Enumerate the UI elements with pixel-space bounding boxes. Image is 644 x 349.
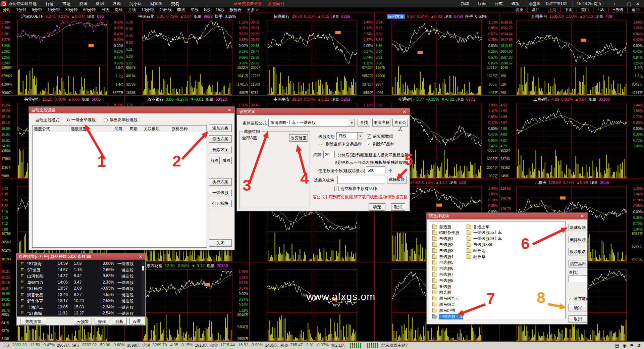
close-alert-button[interactable]: 关闭预警 [20, 318, 46, 325]
mobile-icon[interactable]: ▥ [533, 1, 536, 6]
data-count-input[interactable] [366, 166, 385, 174]
formula-dropdown[interactable]: 旅游攻略-上车 - 一键选股 ▼ [268, 119, 355, 127]
toolbar-下页[interactable]: 下页 [560, 7, 577, 13]
stock-panel-贵州茅台[interactable]: 贵州茅台1635.001.50%▲24.13现量4091638.011631.2… [499, 13, 644, 96]
front-checkbox[interactable]: ✓ 放在前面 [568, 296, 590, 302]
onekey-select-link[interactable]: 一键选股 [117, 305, 133, 310]
board-item-融券瑞[interactable]: 融券瑞 [467, 248, 485, 253]
radio-each-board[interactable]: 每板块单独选股 [104, 117, 138, 123]
board-input[interactable] [337, 176, 385, 184]
board-item-自选股8[interactable]: 自选股8 [432, 278, 453, 283]
toolbar-F10[interactable]: F10 [593, 7, 608, 13]
menu-数据[interactable]: 数据 [92, 1, 108, 6]
delete-board-button[interactable]: 删除板块 [569, 236, 587, 243]
alert-row[interactable]: ⇈上海沪工13:0515.03-2.34%一键选股 [17, 305, 145, 311]
menu-发现[interactable]: 发现 [108, 1, 125, 6]
onekey-select-link[interactable]: 一键选股 [117, 292, 133, 298]
period-日线[interactable]: 日线 [98, 7, 112, 13]
modify-plan-button[interactable]: 修改方案 [209, 135, 232, 143]
period-报价表[interactable]: 报价表 [227, 7, 244, 13]
alert-row[interactable]: ⇈*ST商城11:3212.27-2.54%一键选股 [17, 311, 145, 316]
server-name[interactable]: 北京双线主站7 [381, 343, 408, 348]
cancel-button[interactable]: 取消 [391, 203, 405, 211]
alert-row[interactable]: ⇈舒华体育13:1710.20-2.58%一键选股 [17, 298, 145, 304]
menu-市场[interactable]: 市场 [58, 1, 75, 6]
stock-panel-招商银行[interactable]: 招商银行29.730.51%▲0.15现量635630.0229.9129.80… [250, 13, 374, 96]
onekey-select-link[interactable]: 一键选股 [117, 280, 133, 286]
trade-not-logged-label[interactable]: 证券交易未登录 [234, 1, 262, 7]
interval-input[interactable] [323, 151, 335, 158]
board-item-自选股3[interactable]: 自选股3 [432, 248, 453, 253]
clear-symbols-button[interactable]: 清空品种 [569, 260, 587, 267]
alert-row[interactable]: ⇈山河智能14:376.42-9.83%一键选股 [17, 273, 145, 280]
updown-icon[interactable]: ⇵ [637, 343, 641, 348]
new-board-button[interactable]: 新建板块 [569, 224, 587, 231]
period-60分钟[interactable]: 60分钟 [80, 7, 98, 13]
clear-board-checkbox[interactable]: ✓ 清空板块中原有品种 [334, 186, 377, 192]
close-icon[interactable]: ✕ [402, 109, 407, 114]
stock-panel-保利发展[interactable]: 保利发展8.870.34%▲0.03现量6750换手0.63%8.948.928… [374, 13, 499, 96]
board-item-临时条件股[interactable]: 临时条件股 [432, 230, 459, 236]
onekey-select-link[interactable]: 一键选股 [117, 286, 133, 292]
onekey-select-button[interactable]: 一键选股 [209, 189, 232, 196]
period-15秒[interactable]: 15秒 [213, 7, 227, 13]
period-周线[interactable]: 周线 [112, 7, 125, 13]
period-1分钟[interactable]: 1分钟 [13, 7, 29, 13]
board-item-融券华[interactable]: 融券华 [467, 254, 485, 259]
period-15分钟[interactable]: 15分钟 [45, 7, 62, 13]
period-30分钟[interactable]: 30分钟 [63, 7, 80, 13]
toolbar-切换[interactable]: 切换 [511, 7, 527, 13]
board-item-自选股5[interactable]: 自选股5 [432, 260, 453, 265]
chevron-down-icon[interactable]: ▼ [349, 119, 355, 126]
period-45日线[interactable]: 45日线 [157, 7, 174, 13]
menu-选项[interactable]: 选项 [507, 1, 524, 6]
column-header-选股范围[interactable]: 选股范围 [69, 126, 113, 132]
board-item-备选上车[interactable]: 备选上车 [467, 224, 489, 230]
toolbar-盘口[interactable]: 盘口 [527, 7, 544, 13]
alert-设置-button[interactable]: 设置 [129, 318, 144, 325]
board-item-备选股[interactable]: 备选股 [432, 284, 451, 289]
stock-panel-工商银行[interactable]: 工商银行4.890.82%▲0.04现量353004.924.904.884.8… [499, 96, 644, 179]
alert-row[interactable]: ⇈ST世茂14:571.162.65%一键选股 [17, 267, 145, 273]
menu-功能[interactable]: 功能 [457, 1, 474, 6]
menu-资讯[interactable]: 资讯 [75, 1, 92, 6]
back-button[interactable]: ‹ [611, 1, 618, 6]
select-board-button[interactable]: 选择板块 [387, 176, 407, 184]
board-cancel-button[interactable]: 取消 [569, 315, 587, 323]
fq-checkbox[interactable]: ✓ 前复权数据 [367, 134, 393, 139]
onekey-select-link[interactable]: 一键选股 [117, 267, 133, 273]
alert-row[interactable]: ⇈华银电力14:063.472.36%一键选股 [17, 280, 145, 286]
board-item-自选股[interactable]: 自选股 [432, 224, 451, 230]
toolbar-上页[interactable]: 上页 [544, 7, 560, 13]
board-item-一键选股55上车[interactable]: 一键选股55上车 [467, 230, 502, 236]
onekey-select-link[interactable]: 一键选股 [117, 273, 133, 279]
change-range-button[interactable]: 改变范围 [289, 134, 308, 142]
board-item-精选股[interactable]: 精选股 [432, 290, 451, 295]
period-分时[interactable]: 分时 [0, 7, 13, 13]
onekey-select-link[interactable]: 一键选股 [117, 261, 133, 267]
alert-row[interactable]: ⇈润普食品13:468.274.55%一键选股 [17, 292, 145, 298]
account-phone[interactable]: 152****9131 [545, 1, 567, 6]
flag-icon[interactable]: ⚑ [630, 343, 634, 348]
column-header-关联板块[interactable]: 关联板块 [142, 126, 170, 132]
chevron-down-icon[interactable]: ▼ [357, 133, 363, 140]
board-item-自选股2[interactable]: 自选股2 [432, 242, 453, 247]
usage-note-button[interactable]: 用法注释 [372, 119, 390, 127]
coin-icon[interactable]: ◉ [623, 343, 626, 348]
period-dropdown[interactable]: 日线 ▼ [336, 132, 363, 140]
radio-all-select[interactable]: 一键全部选股 [66, 117, 96, 123]
not-traded-checkbox[interactable]: ✓ 剔除当前未交易品种 [320, 141, 362, 147]
menu-版面[interactable]: 版面 [474, 1, 490, 6]
ok-button[interactable]: 确定 [369, 203, 385, 211]
menu-交易[interactable]: 交易 [167, 1, 183, 6]
maximize-button[interactable]: ▢ [625, 1, 634, 6]
close-icon[interactable]: ✕ [580, 214, 585, 218]
alert-操作-button[interactable]: 操作 [95, 318, 109, 325]
alert-分析-button[interactable]: 分析 [112, 318, 127, 325]
st-checkbox[interactable]: ✓ 剔除ST品种 [367, 141, 394, 147]
close-window-button[interactable]: ✕ [634, 1, 642, 6]
menu-公式[interactable]: 公式 [490, 1, 507, 6]
minimize-button[interactable]: − [618, 1, 625, 6]
move-forward-button[interactable]: 前移 [209, 157, 220, 164]
toolbar-返回[interactable]: 返回 [627, 7, 644, 13]
